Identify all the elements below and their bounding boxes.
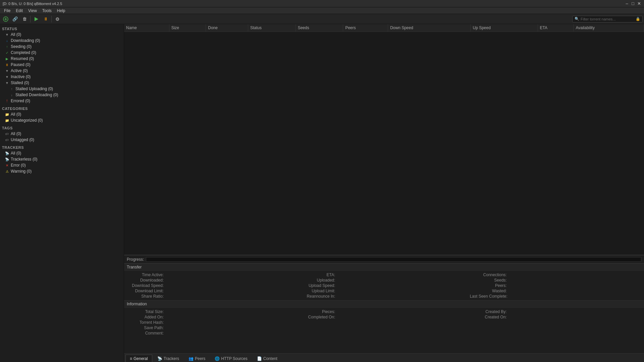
information-section-header: Information [124, 300, 644, 308]
sidebar-item-active[interactable]: ▼Active (0) [0, 68, 124, 74]
sidebar-trackers-list: 📡All (0)📡Trackerless (0)✕Error (0)⚠Warni… [0, 150, 124, 174]
tab-http-sources[interactable]: 🌐HTTP Sources [210, 355, 252, 362]
tab-trackers-icon: 📡 [157, 356, 162, 361]
sidebar-icon-stalled-uploading: ↑ [9, 86, 14, 91]
main-layout: STATUS ▼All (0)↓Downloading (0)↑Seeding … [0, 24, 644, 362]
download-limit-row: Download Limit: [127, 288, 298, 294]
download-speed-row: Download Speed: [127, 283, 298, 288]
menu-item-tools[interactable]: Tools [40, 8, 54, 14]
sidebar-item-cat-all[interactable]: 📁All (0) [0, 111, 124, 117]
transfer-col1: Time Active: Downloaded: Download Speed: [127, 272, 298, 299]
table-header-done[interactable]: Done [206, 24, 248, 32]
transfer-col2: ETA: Uploaded: Upload Speed: Upload [298, 272, 470, 299]
comment-row: Comment: [127, 330, 298, 336]
save-path-row: Save Path: [127, 325, 298, 330]
titlebar-title: [D: 0 B/s, U: 0 B/s] qBittorrent v4.2.5 [3, 2, 62, 6]
table-header-eta[interactable]: ETA [538, 24, 574, 32]
share-ratio-row: Share Ratio: [127, 294, 298, 299]
tab-content[interactable]: 📄Content [253, 355, 282, 362]
sidebar-item-stalled-downloading[interactable]: ↓Stalled Downloading (0) [0, 92, 124, 98]
total-size-row: Total Size: [127, 309, 298, 314]
created-on-row: Created On: [470, 314, 641, 320]
sidebar-item-stalled-uploading[interactable]: ↑Stalled Uploading (0) [0, 86, 124, 92]
sidebar-item-tag-all[interactable]: 🏷All (0) [0, 131, 124, 137]
downloaded-row: Downloaded: [127, 278, 298, 283]
svg-marker-1 [35, 17, 38, 21]
table-header-peers[interactable]: Peers [343, 24, 388, 32]
pieces-row: Pieces: [298, 309, 470, 314]
sidebar-item-all[interactable]: ▼All (0) [0, 32, 124, 38]
table-header-seeds[interactable]: Seeds [296, 24, 343, 32]
tags-section-header: TAGS [0, 125, 124, 131]
pause-button[interactable]: ⏸ [41, 15, 50, 23]
sidebar-status-list: ▼All (0)↓Downloading (0)↑Seeding (0)✓Com… [0, 32, 124, 104]
detail-sections: Transfer Time Active: Downloaded: [124, 263, 644, 353]
sidebar-item-tag-untagged[interactable]: 🏷Untagged (0) [0, 137, 124, 143]
close-button[interactable]: ✕ [637, 1, 641, 6]
peers-row: Peers: [470, 283, 641, 288]
sidebar-icon-all: ▼ [5, 32, 9, 37]
info-col2: Pieces: Completed On: [298, 309, 470, 336]
maximize-button[interactable]: □ [631, 1, 635, 6]
menu-item-edit[interactable]: Edit [13, 8, 25, 14]
sidebar-item-seeding[interactable]: ↑Seeding (0) [0, 44, 124, 50]
trackers-section-header: TRACKERS [0, 144, 124, 150]
sidebar-icon-stalled: ▼ [5, 80, 9, 85]
completed-on-row: Completed On: [298, 314, 470, 320]
added-on-row: Added On: [127, 314, 298, 320]
tab-trackers[interactable]: 📡Trackers [153, 355, 183, 362]
sidebar-icon-inactive: ▼ [5, 74, 9, 79]
tab-peers[interactable]: 👥Peers [184, 355, 210, 362]
eta-row: ETA: [298, 272, 470, 278]
add-magnet-button[interactable]: 🔗 [11, 15, 19, 23]
filter-container: 🔍 🔒 [572, 16, 643, 22]
sidebar-item-cat-uncategorized[interactable]: 📁Uncategorized (0) [0, 117, 124, 123]
content-area: NameSizeDoneStatusSeedsPeersDown SpeedUp… [124, 24, 644, 362]
sidebar-icon-trackerless: 📡 [5, 157, 9, 162]
table-header-size[interactable]: Size [169, 24, 206, 32]
torrent-table: NameSizeDoneStatusSeedsPeersDown SpeedUp… [124, 24, 644, 32]
resume-button[interactable] [32, 15, 41, 23]
delete-button[interactable]: 🗑 [20, 15, 29, 23]
sidebar-icon-tag-untagged: 🏷 [5, 137, 9, 142]
wasted-row: Wasted: [470, 288, 641, 294]
toolbar-separator-2 [51, 16, 52, 22]
add-torrent-button[interactable] [1, 15, 10, 23]
minimize-button[interactable]: – [625, 1, 629, 6]
menu-item-view[interactable]: View [25, 8, 40, 14]
sidebar-item-tracker-all[interactable]: 📡All (0) [0, 150, 124, 156]
upload-limit-row: Upload Limit: [298, 288, 470, 294]
information-grid: Total Size: Added On: Torrent Hash: [124, 308, 644, 337]
sidebar-item-inactive[interactable]: ▼Inactive (0) [0, 74, 124, 80]
progress-row: Progress: [124, 255, 644, 263]
sidebar-item-paused[interactable]: ⏸Paused (0) [0, 62, 124, 68]
sidebar-item-tracker-error[interactable]: ✕Error (0) [0, 162, 124, 168]
table-header-up-speed[interactable]: Up Speed [471, 24, 538, 32]
sidebar-item-trackerless[interactable]: 📡Trackerless (0) [0, 156, 124, 162]
filter-input[interactable] [581, 17, 634, 21]
sidebar-item-downloading[interactable]: ↓Downloading (0) [0, 38, 124, 44]
table-header-name[interactable]: Name [124, 24, 169, 32]
connections-row: Connections: [470, 272, 641, 278]
sidebar-item-resumed[interactable]: ▶Resumed (0) [0, 56, 124, 62]
titlebar: [D: 0 B/s, U: 0 B/s] qBittorrent v4.2.5 … [0, 0, 644, 7]
sidebar-item-tracker-warning[interactable]: ⚠Warning (0) [0, 168, 124, 174]
table-header-down-speed[interactable]: Down Speed [388, 24, 471, 32]
sidebar-icon-active: ▼ [5, 68, 9, 73]
created-by-row: Created By: [470, 309, 641, 314]
menu-item-help[interactable]: Help [54, 8, 68, 14]
sidebar-item-completed[interactable]: ✓Completed (0) [0, 50, 124, 56]
table-header-status[interactable]: Status [248, 24, 296, 32]
tab-general[interactable]: ≡General [125, 355, 152, 362]
sidebar-icon-errored: ! [5, 99, 9, 103]
sidebar-icon-completed: ✓ [5, 50, 9, 55]
menu-item-file[interactable]: File [1, 8, 13, 14]
sidebar-icon-stalled-downloading: ↓ [9, 93, 14, 97]
sidebar-item-errored[interactable]: !Errored (0) [0, 98, 124, 104]
tabs-bar: ≡General📡Trackers👥Peers🌐HTTP Sources📄Con… [124, 353, 644, 362]
sidebar-item-stalled[interactable]: ▼Stalled (0) [0, 80, 124, 86]
options-button[interactable]: ⚙ [53, 15, 62, 23]
reannounce-row: Reannounce In: [298, 294, 470, 299]
table-header-availability[interactable]: Availability [574, 24, 644, 32]
sidebar-icon-seeding: ↑ [5, 44, 9, 49]
